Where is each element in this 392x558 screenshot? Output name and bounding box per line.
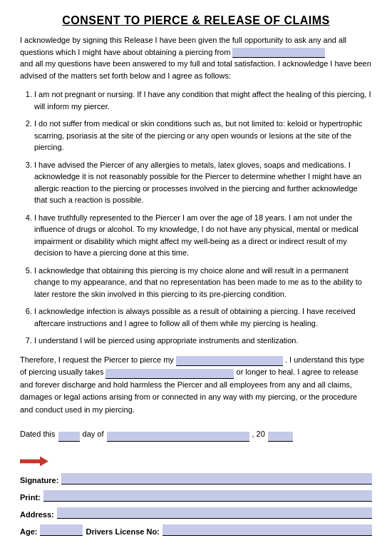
- red-arrow-icon: [20, 456, 48, 466]
- list-item: I acknowledge that obtaining this pierci…: [34, 265, 372, 300]
- year-prefix-label: , 20: [252, 426, 265, 442]
- healing-time-field[interactable]: [105, 369, 234, 379]
- dl-field[interactable]: [163, 524, 372, 536]
- age-field[interactable]: [40, 524, 83, 536]
- page-title: CONSENT TO PIERCE & RELEASE OF CLAIMS: [20, 14, 372, 27]
- signature-section: Signature: Print: Address: Age: Drivers …: [20, 456, 372, 536]
- address-field[interactable]: [57, 507, 372, 519]
- day-field[interactable]: [58, 432, 80, 442]
- list-item: I have advised the Piercer of any allerg…: [34, 159, 372, 206]
- list-item: I acknowledge infection is always possib…: [34, 305, 372, 329]
- list-item: I am not pregnant or nursing. If I have …: [34, 88, 372, 112]
- list-item: I understand I will be pierced using app…: [34, 335, 372, 347]
- day-of-label: day of: [83, 426, 104, 442]
- age-row: Age: Drivers License No:: [20, 524, 372, 536]
- therefore-section: Therefore, I request the Piercer to pier…: [20, 354, 372, 417]
- print-label: Print:: [20, 493, 41, 502]
- signature-row: Signature:: [20, 473, 372, 485]
- print-row: Print:: [20, 490, 372, 502]
- list-item: I do not suffer from medical or skin con…: [34, 118, 372, 153]
- dl-label: Drivers License No:: [86, 527, 159, 536]
- address-row: Address:: [20, 507, 372, 519]
- date-line: Dated this day of , 20: [20, 426, 372, 442]
- year-field[interactable]: [268, 432, 293, 442]
- age-label: Age:: [20, 527, 37, 536]
- agreement-list: I am not pregnant or nursing. If I have …: [34, 88, 372, 347]
- signature-label: Signature:: [20, 476, 58, 485]
- print-field[interactable]: [43, 490, 372, 502]
- therefore-text-1: Therefore, I request the Piercer to pier…: [20, 355, 174, 364]
- intro-paragraph: I acknowledge by signing this Release I …: [20, 34, 372, 81]
- signature-field[interactable]: [61, 473, 372, 485]
- piercing-from-field[interactable]: [232, 48, 325, 58]
- intro-text-2: and all my questions have been answered …: [20, 59, 371, 80]
- month-field[interactable]: [107, 432, 249, 442]
- dated-this-label: Dated this: [20, 426, 56, 442]
- list-item: I have truthfully represented to the Pie…: [34, 212, 372, 259]
- pierce-location-field[interactable]: [176, 356, 283, 366]
- address-label: Address:: [20, 510, 54, 519]
